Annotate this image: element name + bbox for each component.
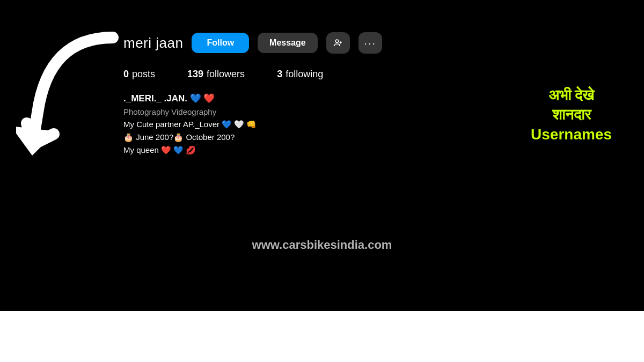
watermark: www.carsbikesindia.com (252, 238, 392, 252)
ellipsis-icon: ··· (364, 37, 376, 49)
following-label: following (286, 69, 323, 80)
posts-count: 0 (123, 69, 129, 80)
posts-label: posts (132, 69, 155, 80)
username: meri jaan (123, 35, 183, 51)
svg-point-1 (335, 40, 338, 42)
username-row: meri jaan Follow Message ··· (123, 32, 644, 54)
main-container: meri jaan Follow Message ··· 0 posts (0, 0, 644, 311)
hindi-line-1: अभी देखे (531, 86, 612, 105)
hindi-line-2: शानदार (531, 105, 612, 124)
followers-stat[interactable]: 139 followers (187, 69, 245, 80)
followers-label: followers (207, 69, 245, 80)
hindi-line-3: Usernames (531, 125, 612, 144)
message-button[interactable]: Message (258, 33, 318, 53)
bio-line-4: My queen ❤️ 💙 💋 (123, 145, 644, 155)
follow-button[interactable]: Follow (192, 33, 249, 53)
followers-count: 139 (187, 69, 203, 80)
more-options-button[interactable]: ··· (358, 32, 382, 54)
hindi-overlay: अभी देखे शानदार Usernames (531, 86, 612, 144)
add-person-button[interactable] (326, 32, 350, 54)
following-stat[interactable]: 3 following (277, 69, 323, 80)
bottom-bar (0, 311, 644, 362)
stats-row: 0 posts 139 followers 3 following (123, 69, 644, 80)
following-count: 3 (277, 69, 282, 80)
arrow-decoration (16, 27, 134, 177)
posts-stat: 0 posts (123, 69, 155, 80)
